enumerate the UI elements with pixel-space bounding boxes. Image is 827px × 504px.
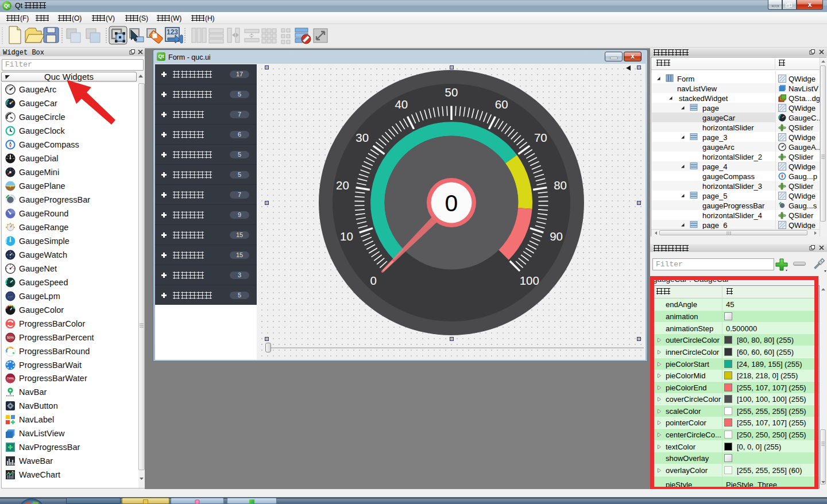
svg-text:10: 10 [340,230,353,243]
svg-text:2:27: 2:27 [8,295,13,298]
svg-text:40: 40 [395,98,408,111]
svg-text:30: 30 [355,131,369,144]
svg-text:0: 0 [370,274,376,287]
svg-text:0: 0 [445,190,458,216]
svg-text:60: 60 [495,98,508,111]
svg-text:123: 123 [167,28,178,36]
svg-text:20: 20 [336,179,349,192]
svg-text:50: 50 [445,86,458,99]
svg-text:50%: 50% [7,336,14,339]
svg-text:80: 80 [554,179,567,192]
svg-text:74%: 74% [7,377,14,380]
svg-text:90: 90 [550,230,563,243]
svg-text:70: 70 [534,131,547,144]
svg-text:100: 100 [520,274,539,287]
